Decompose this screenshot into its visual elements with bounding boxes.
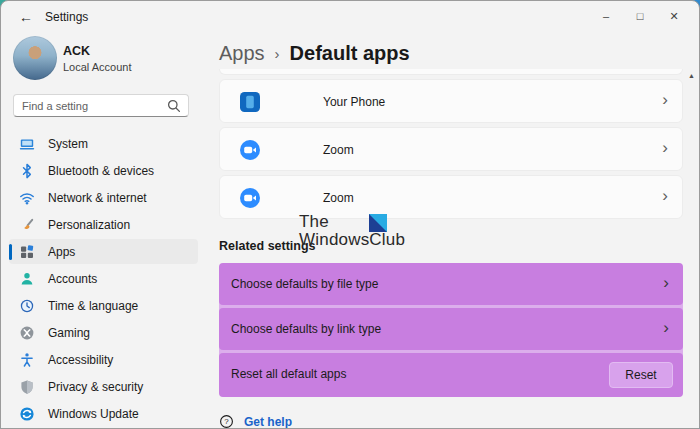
settings-window: ← Settings – □ ✕ ACK Local Account Syste…	[0, 0, 700, 429]
breadcrumb: Apps › Default apps	[219, 39, 683, 67]
row-label: Choose defaults by file type	[231, 277, 378, 291]
shield-icon	[19, 379, 35, 395]
minimize-button[interactable]: –	[589, 1, 623, 31]
thewindowsclub-watermark: The WindowsClub	[299, 213, 449, 249]
windows-update-icon	[19, 406, 35, 422]
close-button[interactable]: ✕	[657, 1, 691, 31]
thewindowsclub-logo-icon	[369, 214, 387, 232]
zoom-icon	[240, 188, 260, 208]
sidebar-item-label: Apps	[48, 245, 75, 259]
sidebar-item-label: System	[48, 137, 88, 151]
bluetooth-icon	[19, 163, 35, 179]
app-row-zoom-2[interactable]: Zoom ›	[219, 175, 683, 219]
choose-defaults-by-link-type-row[interactable]: Choose defaults by link type ›	[219, 308, 683, 350]
sidebar-item-gaming[interactable]: Gaming	[9, 320, 198, 345]
accessibility-icon	[19, 352, 35, 368]
sidebar-item-system[interactable]: System	[9, 131, 198, 156]
system-icon	[19, 136, 35, 152]
window-title: Settings	[45, 10, 88, 24]
scrolled-card-edge	[219, 69, 683, 75]
sidebar-item-label: Windows Update	[48, 407, 139, 421]
row-label: Reset all default apps	[231, 367, 346, 381]
related-settings-heading: Related settings	[219, 239, 683, 255]
chevron-right-icon: ›	[662, 90, 668, 110]
svg-text:?: ?	[224, 417, 229, 426]
sidebar-item-label: Accessibility	[48, 353, 113, 367]
wifi-icon	[19, 190, 35, 206]
account-type: Local Account	[63, 61, 132, 73]
zoom-icon	[240, 140, 260, 160]
sidebar-item-label: Privacy & security	[48, 380, 143, 394]
account-name: ACK	[63, 44, 90, 58]
sidebar-nav: System Bluetooth & devices Network & int…	[1, 131, 206, 428]
window-controls: – □ ✕	[589, 1, 691, 33]
sidebar-item-label: Gaming	[48, 326, 90, 340]
sidebar-item-apps[interactable]: Apps	[9, 239, 198, 264]
your-phone-icon	[240, 92, 260, 112]
related-settings-group: Choose defaults by file type › Choose de…	[219, 263, 683, 397]
app-name: Zoom	[323, 143, 354, 157]
reset-all-default-apps-row: Reset all default apps Reset	[219, 353, 683, 397]
sidebar-item-label: Personalization	[48, 218, 130, 232]
xbox-icon	[19, 325, 35, 341]
main-content: Apps › Default apps Your Phone › Zoom › …	[219, 33, 683, 429]
page-title: Default apps	[290, 42, 410, 65]
sidebar-item-label: Accounts	[48, 272, 97, 286]
reset-button[interactable]: Reset	[609, 362, 673, 388]
sidebar-item-label: Network & internet	[48, 191, 147, 205]
sidebar-item-label: Time & language	[48, 299, 138, 313]
sidebar-item-bluetooth-devices[interactable]: Bluetooth & devices	[9, 158, 198, 183]
sidebar-item-network-internet[interactable]: Network & internet	[9, 185, 198, 210]
back-button[interactable]: ←	[15, 7, 37, 27]
apps-icon	[19, 244, 35, 260]
watermark-line2: WindowsClub	[299, 231, 449, 249]
search-box	[13, 94, 189, 117]
breadcrumb-parent[interactable]: Apps	[219, 42, 265, 65]
search-icon	[166, 98, 182, 114]
sidebar-item-personalization[interactable]: Personalization	[9, 212, 198, 237]
chevron-right-icon: ›	[663, 273, 669, 293]
help-question-icon: ?	[219, 414, 234, 429]
breadcrumb-separator-icon: ›	[275, 45, 280, 62]
sidebar-item-privacy-security[interactable]: Privacy & security	[9, 374, 198, 399]
chevron-right-icon: ›	[662, 186, 668, 206]
selected-accent-pill	[9, 244, 12, 260]
get-help-link[interactable]: ? Get help	[219, 414, 683, 429]
sidebar-item-accessibility[interactable]: Accessibility	[9, 347, 198, 372]
sidebar-item-windows-update[interactable]: Windows Update	[9, 401, 198, 426]
app-row-your-phone[interactable]: Your Phone ›	[219, 79, 683, 123]
row-label: Choose defaults by link type	[231, 322, 381, 336]
sidebar-item-accounts[interactable]: Accounts	[9, 266, 198, 291]
titlebar: ← Settings – □ ✕	[1, 1, 699, 33]
maximize-button[interactable]: □	[623, 1, 657, 31]
scrollbar-up-arrow[interactable]: ▲	[688, 72, 695, 79]
sidebar-item-label: Bluetooth & devices	[48, 164, 154, 178]
app-row-zoom-1[interactable]: Zoom ›	[219, 127, 683, 171]
app-name: Zoom	[323, 191, 354, 205]
get-help-label: Get help	[244, 415, 292, 429]
app-name: Your Phone	[323, 95, 385, 109]
choose-defaults-by-file-type-row[interactable]: Choose defaults by file type ›	[219, 263, 683, 305]
avatar	[13, 36, 57, 80]
clock-icon	[19, 298, 35, 314]
person-icon	[19, 271, 35, 287]
sidebar-item-time-language[interactable]: Time & language	[9, 293, 198, 318]
search-input[interactable]	[22, 95, 162, 116]
chevron-right-icon: ›	[662, 138, 668, 158]
chevron-right-icon: ›	[663, 318, 669, 338]
brush-icon	[19, 217, 35, 233]
